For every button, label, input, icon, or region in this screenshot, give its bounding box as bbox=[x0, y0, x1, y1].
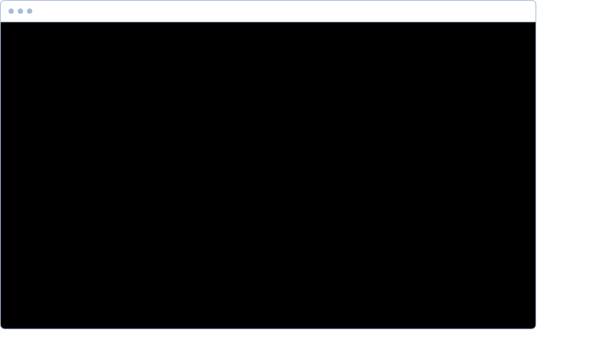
app-window bbox=[0, 0, 536, 329]
minimize-icon[interactable] bbox=[18, 8, 23, 14]
content-area bbox=[1, 22, 536, 329]
titlebar bbox=[1, 1, 536, 22]
close-icon[interactable] bbox=[8, 8, 14, 14]
maximize-icon[interactable] bbox=[27, 8, 32, 14]
